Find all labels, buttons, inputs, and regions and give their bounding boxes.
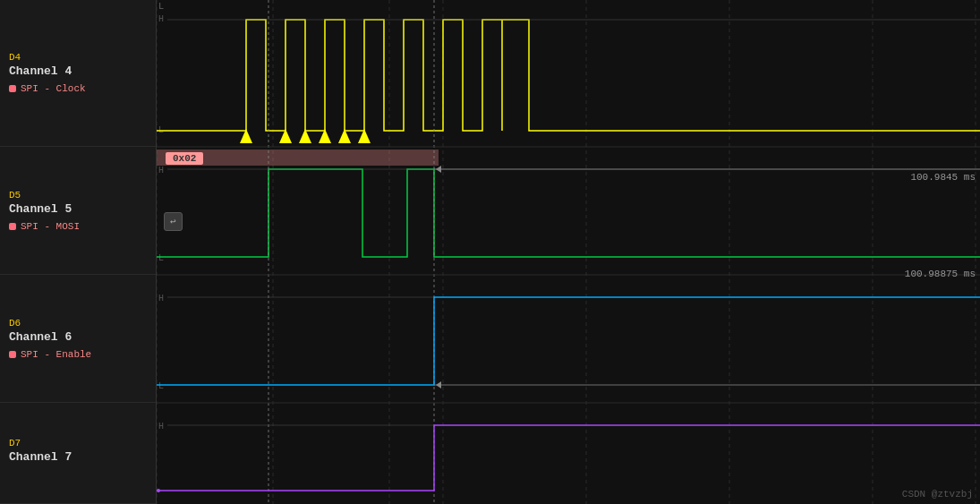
watermark: CSDN @ztvzbj	[902, 489, 973, 500]
channel-id-d6: D6	[9, 318, 147, 329]
channel-name-d5: Channel 5	[9, 202, 147, 216]
channel-name-d7: Channel 7	[9, 450, 147, 464]
channel-name-d6: Channel 6	[9, 330, 147, 344]
tag-dot-d5	[9, 223, 16, 230]
tag-text-d5: SPI - MOSI	[21, 221, 80, 232]
channel-tag-d6: SPI - Enable	[9, 349, 147, 360]
channel-label-d4: D4 Channel 4 SPI - Clock	[0, 0, 156, 147]
tag-dot-d6	[9, 351, 16, 358]
waveform-panel: 0x02 ↩ 100.9845 ms 100.98875 ms CSDN @zt…	[157, 0, 980, 504]
channel-id-d4: D4	[9, 52, 147, 63]
channel-label-d7: D7 Channel 7	[0, 403, 156, 504]
channel-label-d5: D5 Channel 5 SPI - MOSI	[0, 147, 156, 275]
channel-name-d4: Channel 4	[9, 64, 147, 78]
tag-dot-d4	[9, 85, 16, 92]
channel-label-d6: D6 Channel 6 SPI - Enable	[0, 275, 156, 403]
channel-tag-d4: SPI - Clock	[9, 83, 147, 94]
channel-tag-d5: SPI - MOSI	[9, 221, 147, 232]
time-label-1: 100.9845 ms	[910, 172, 976, 183]
undo-button[interactable]: ↩	[164, 212, 183, 231]
tag-text-d6: SPI - Enable	[21, 349, 91, 360]
waveform-canvas	[157, 0, 980, 504]
channel-id-d5: D5	[9, 190, 147, 201]
main-container: D4 Channel 4 SPI - Clock D5 Channel 5 SP…	[0, 0, 980, 504]
channel-id-d7: D7	[9, 438, 147, 448]
time-label-2: 100.98875 ms	[905, 269, 976, 279]
tag-text-d4: SPI - Clock	[21, 83, 86, 94]
hex-label: 0x02	[166, 152, 203, 165]
left-panel: D4 Channel 4 SPI - Clock D5 Channel 5 SP…	[0, 0, 157, 504]
